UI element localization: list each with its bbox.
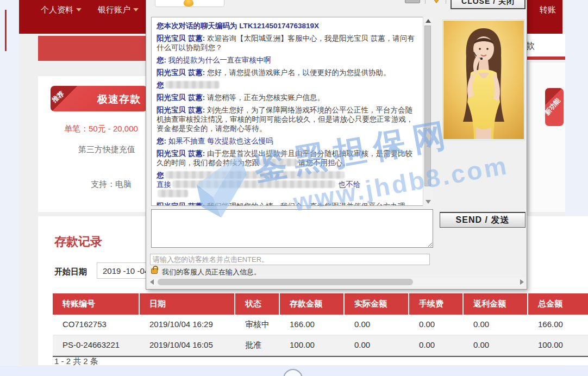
redacted-text [172,180,335,188]
new-feature-tab[interactable]: 新功能 [545,88,564,126]
horizontal-scrollbar[interactable] [150,278,524,286]
chat-message: 阳光宝贝 苡蕙: 欢迎咨询【太阳城亚洲】客服中心，我是阳光宝贝 苡蕙，请问有什么… [157,34,416,52]
start-date-label: 开始日期 [54,267,87,277]
recommend-badge: 推荐 [51,89,66,104]
nav-item-label: 个人资料 [41,5,73,14]
chat-message-input[interactable] [151,209,433,248]
chat-message: 阳光宝贝 苡蕙: 我们能理解您的心情，我们会一直为您跟进并催促平台方办理的，这点… [157,202,416,206]
speed-deposit-label: 极速存款 [97,92,141,106]
table-cell: 100.00 [280,335,345,355]
chat-sender-name: 阳光宝贝 苡蕙: [157,202,205,206]
chat-message-text: 您好，请您提供游戏账户名，以便更好的为您提供协助。 [205,68,390,77]
scroll-up-icon[interactable] [426,19,431,23]
chat-log[interactable]: 您本次对话的聊天编码为 LTK121450174763819X阳光宝贝 苡蕙: … [151,17,432,206]
chat-sender-name: 您: [157,137,166,145]
sub-nav-bar [38,36,152,61]
chat-message-text: 请您稍等，正在为您核实账户信息。 [205,93,324,102]
table-cell: 批准 [235,335,280,355]
emoji-icon[interactable] [184,0,193,7]
chat-sender-name: 您: [157,56,166,64]
sound-icon[interactable] [431,0,442,3]
chat-message: 您直接 也不给 [157,171,416,198]
chat-message-text: 如果不抽查 每次提款也这么慢吗 [166,137,273,145]
speed-deposit-tab[interactable]: 推荐 极速存款 [51,86,147,111]
scroll-left-icon[interactable] [150,279,154,285]
chat-scrollbar[interactable] [423,17,432,206]
table-header-cell: 返利金额 [464,293,528,315]
printer-icon[interactable] [405,0,420,5]
typing-status-text: 我们的客服人员正在输入信息。 [162,267,261,277]
chevron-down-icon [133,8,139,11]
send-button[interactable]: SEND / 发送 [440,212,526,228]
table-header-cell: 转账编号 [53,293,140,315]
toolbar-divider [446,0,446,4]
table-cell: 166.00 [280,315,345,335]
chat-message: 您 [157,80,416,90]
right-side-panel [530,62,565,212]
chat-message: 阳光宝贝 苡蕙: 您好，请您提供游戏账户名，以便更好的为您提供协助。 [157,68,416,77]
table-cell: PS-0-24663221 [53,335,140,355]
redacted-text [158,190,188,197]
table-header-cell: 存款金额 [280,293,345,315]
lock-icon [151,268,158,274]
deposit-method-text: 第三方快捷充值 [78,145,135,155]
chat-sender-name: 阳光宝贝 苡蕙: [157,34,205,42]
chat-message: 您: 我的提款为什么一直在审核中啊 [157,55,416,65]
chat-sender-name: 阳光宝贝 苡蕙: [157,106,205,114]
table-header-cell: 实际金额 [345,293,409,315]
visitor-name-input[interactable] [150,254,430,265]
table-header-cell: 总金额 [528,293,588,315]
table-cell: 0.00 [464,335,528,355]
redacted-text [165,171,345,179]
chat-message-text: 也不给 [336,180,360,189]
table-cell: 100.00 [528,335,588,355]
deposit-tab-partial[interactable]: 款 [522,34,565,57]
chat-message: 阳光宝贝 苡蕙: 由于您是首次提出提款并且由平台分随机抽取审核，是需要比较久的时… [157,149,416,167]
chat-message: 阳光宝贝 苡蕙: 刘先生您好，为了保障网络游戏环境的公平公正性，平台方会随机抽查… [157,105,416,133]
scroll-down-icon[interactable] [426,200,431,204]
chevron-down-icon [76,8,82,11]
table-cell: 166.00 [528,315,588,335]
table-cell: 0.00 [409,315,464,335]
chat-sender-name: 阳光宝贝 苡蕙: [157,93,205,102]
table-header-cell: 手续费 [409,293,464,315]
chat-message: 阳光宝贝 苡蕙: 请您稍等，正在为您核实账户信息。 [157,93,416,102]
chat-message-text: 直接 [157,180,171,189]
nav-item-bank-account[interactable]: 银行账户 [98,5,139,15]
redacted-text [260,159,297,166]
chat-sender-name: 您 [157,171,164,179]
left-border-line [5,10,7,51]
table-header-row: 转账编号日期状态存款金额实际金额手续费返利金额总金额 [53,293,588,315]
scroll-right-icon[interactable] [520,279,524,285]
agent-photo-illustration [443,21,524,139]
nav-item-transfer[interactable]: 转账 [540,5,556,15]
table-row: PS-0-246632212019/10/04 16:05批准100.000.0… [53,335,588,356]
toolbar-divider [425,0,426,4]
new-feature-label: 新功能 [545,96,562,117]
table-cell: 审核中 [235,315,280,335]
printer-body [405,0,420,3]
chat-name-field[interactable] [155,0,224,7]
deposit-limit-text: 单笔：50元 - 20,000 [64,124,138,134]
scrollbar-thumb[interactable] [158,279,413,285]
chat-sender-name: 阳光宝贝 苡蕙: [157,68,205,77]
agent-photo [442,20,525,140]
nav-item-label: 转账 [540,5,556,14]
deposit-support-text: 支持：电脑 [91,179,132,190]
table-cell: 0.00 [345,335,409,355]
table-cell: 2019/10/04 16:29 [140,315,235,335]
table-row: CO71627532019/10/04 16:29审核中166.000.000.… [53,315,588,335]
table-cell: 2019/10/04 16:05 [140,335,235,355]
table-cell: 0.00 [464,315,528,335]
deposit-table: 转账编号日期状态存款金额实际金额手续费返利金额总金额 CO71627532019… [53,293,588,357]
table-cell: CO7162753 [53,315,140,335]
nav-item-profile[interactable]: 个人资料 [41,5,82,15]
table-header-cell: 日期 [140,293,235,315]
nav-item-label: 银行账户 [98,5,130,14]
chat-message: 您本次对话的聊天编码为 LTK121450174763819X [157,21,416,30]
close-button[interactable]: CLOSE / 关闭 [451,0,526,9]
table-cell: 0.00 [345,315,409,335]
scrollbar-thumb[interactable] [424,26,431,186]
tab-underline [522,57,565,60]
live-chat-popup: CLOSE / 关闭 您本次对话的聊天编码为 LTK12145017476381… [146,0,527,290]
